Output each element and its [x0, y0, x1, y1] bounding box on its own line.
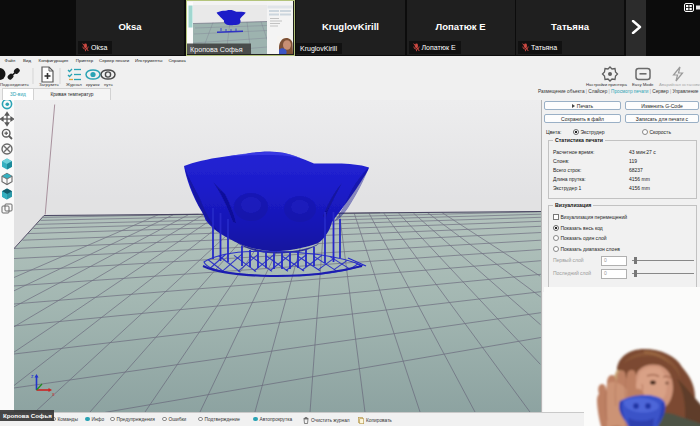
- svg-text:Кропова Софья: Кропова Софья: [190, 45, 243, 54]
